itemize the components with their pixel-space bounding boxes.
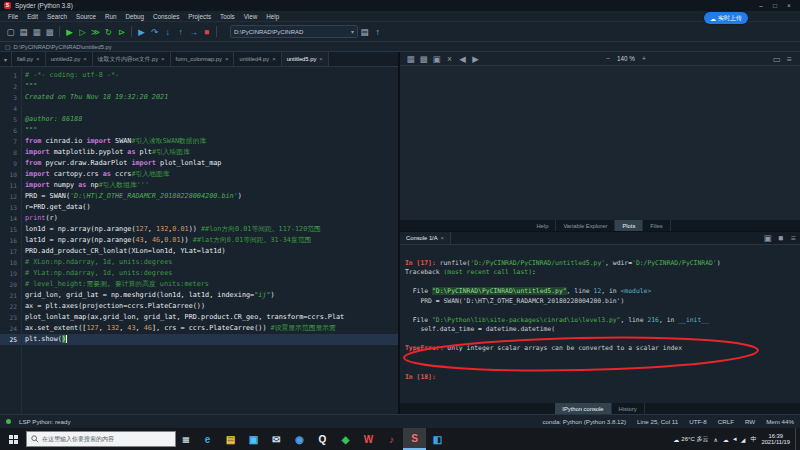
run-cell-icon[interactable]: ▷ [76,25,89,39]
code-line[interactable]: # XLon:np.ndarray, 1d, units:degrees [22,257,398,268]
line-number[interactable]: 5 [0,114,21,125]
line-number[interactable]: 19 [0,268,21,279]
step-over-icon[interactable]: ↷ [148,25,161,39]
code-line[interactable]: grid_lon, grid_lat = np.meshgrid(lon1d, … [22,290,398,301]
pane-tab-variable-explorer[interactable]: Variable Explorer [556,220,615,231]
pane-tab-files[interactable]: Files [643,220,670,231]
console-tab[interactable]: Console 1/A × [400,232,451,244]
taskbar-store-icon[interactable]: ▣ [242,428,265,450]
interrupt-kernel-icon[interactable]: ■ [774,231,787,245]
code-editor[interactable]: 1234567891011121314151617181920212223242… [0,67,398,414]
code-line[interactable]: import cartopy.crs as ccrs#引入地图库 [22,169,398,180]
menu-projects[interactable]: Projects [184,13,215,20]
stop-icon[interactable]: ■ [200,25,213,39]
zoom-in-icon[interactable]: + [638,53,650,65]
close-tab-icon[interactable]: × [83,56,87,62]
line-number[interactable]: 4 [0,103,21,114]
line-number[interactable]: 17 [0,246,21,257]
menu-help[interactable]: Help [262,13,283,20]
line-number[interactable]: 14 [0,213,21,224]
menu-view[interactable]: View [240,13,262,20]
taskbar-spyder-icon[interactable]: S [403,428,426,450]
copy-plot-icon[interactable]: ▣ [430,52,443,66]
editor-tab[interactable]: untitled2.py× [46,52,93,66]
browse-directory-icon[interactable]: ▤ [358,25,371,39]
code-line[interactable]: """ [22,125,398,136]
show-desktop-button[interactable] [795,428,798,450]
code-line[interactable]: """ [22,81,398,92]
taskbar-mail-icon[interactable]: ✉ [265,428,288,450]
code-line[interactable]: lon1d = np.array(np.arange(127, 132,0.01… [22,224,398,235]
code-line[interactable] [22,103,398,114]
code-line[interactable]: from pycwr.draw.RadarPlot import plot_lo… [22,158,398,169]
code-line[interactable]: lat1d = np.array(np.arange(43, 46,0.01))… [22,235,398,246]
close-tab-icon[interactable]: × [161,56,165,62]
tray-cloud-icon[interactable]: ☁ [723,436,729,443]
line-number[interactable]: 13 [0,202,21,213]
run-icon[interactable]: ▶ [63,25,76,39]
step-into-icon[interactable]: ↓ [161,25,174,39]
line-number[interactable]: 16 [0,235,21,246]
line-number[interactable]: 22 [0,301,21,312]
line-number[interactable]: 8 [0,147,21,158]
next-plot-icon[interactable]: ▶ [469,52,482,66]
code-line[interactable]: import matplotlib.pyplot as plt#引入绘图库 [22,147,398,158]
previous-plot-icon[interactable]: ◀ [456,52,469,66]
editor-tab[interactable]: llall.py× [12,52,46,66]
taskbar-edge-icon[interactable]: e [196,428,219,450]
line-number[interactable]: 11 [0,180,21,191]
editor-tab[interactable]: untitled4.py× [234,52,281,66]
line-number[interactable]: 3 [0,92,21,103]
task-view-icon[interactable]: ▦ [176,428,196,450]
editor-tab[interactable]: 读取文件内容txt文件.py× [93,52,171,66]
pane-tab-help[interactable]: Help [529,220,556,231]
code-line[interactable]: Created on Thu Nov 18 19:32:20 2021 [22,92,398,103]
remove-plot-icon[interactable]: × [443,52,456,66]
close-tab-icon[interactable]: × [36,56,40,62]
code-line[interactable]: ax.set_extent([127, 132, 43, 46], crs = … [22,323,398,334]
close-tab-icon[interactable]: × [272,56,276,62]
parent-directory-icon[interactable]: ↑ [371,25,384,39]
taskbar-browser-icon[interactable]: ◉ [288,428,311,450]
tray-expand-icon[interactable]: ∧ [713,436,717,443]
save-icon[interactable]: ▦ [30,25,43,39]
line-number[interactable]: 25 [0,334,21,345]
pane-options-icon[interactable]: ≡ [783,52,796,66]
zoom-out-icon[interactable]: − [602,53,614,65]
menu-file[interactable]: File [4,13,22,20]
line-number[interactable]: 21 [0,290,21,301]
code-line[interactable]: @author: 86188 [22,114,398,125]
new-console-icon[interactable]: ▣ [761,231,774,245]
conda-env-status[interactable]: conda: Python (Python 3.8.12) [542,418,626,425]
close-console-icon[interactable]: × [441,235,445,241]
console-tab-ipython-console[interactable]: IPython console [555,403,611,414]
ipython-console[interactable]: In [17]: runfile('D:/PyCINRAD/PyCINRAD/u… [400,245,800,403]
editor-tab[interactable]: form_colormap.py× [171,52,235,66]
rerun-cell-icon[interactable]: ↻ [102,25,115,39]
line-number[interactable]: 15 [0,224,21,235]
line-number[interactable]: 23 [0,312,21,323]
menu-tools[interactable]: Tools [216,13,239,20]
code-line[interactable]: from cinrad.io import SWAN#引入读取SWAN数据的库 [22,136,398,147]
taskbar-explorer-icon[interactable]: ▤ [219,428,242,450]
save-all-icon[interactable]: ▩ [43,25,56,39]
debug-icon[interactable]: ▶ [135,25,148,39]
minimize-button[interactable]: – [754,1,768,11]
console-options-icon[interactable]: ≡ [787,231,800,245]
code-line[interactable]: ax = plt.axes(projection=ccrs.PlateCarre… [22,301,398,312]
fit-plot-icon[interactable]: ▭ [770,52,783,66]
line-number[interactable]: 10 [0,169,21,180]
code-line[interactable]: plt.show() [22,334,398,345]
save-all-plots-icon[interactable]: ▩ [417,52,430,66]
menu-edit[interactable]: Edit [23,13,42,20]
browse-tabs-button[interactable]: ▾ [0,52,12,66]
maximize-button[interactable]: □ [768,1,782,11]
step-return-icon[interactable]: ↑ [174,25,187,39]
menu-run[interactable]: Run [101,13,121,20]
open-file-icon[interactable]: ▤ [17,25,30,39]
taskbar-search[interactable]: 在这里输入你要搜索的内容 [26,431,176,447]
ime-indicator[interactable]: 中 [750,435,756,444]
taskbar-clock[interactable]: 16:39 2021/11/19 [761,433,790,446]
line-number[interactable]: 20 [0,279,21,290]
close-button[interactable]: × [782,1,796,11]
